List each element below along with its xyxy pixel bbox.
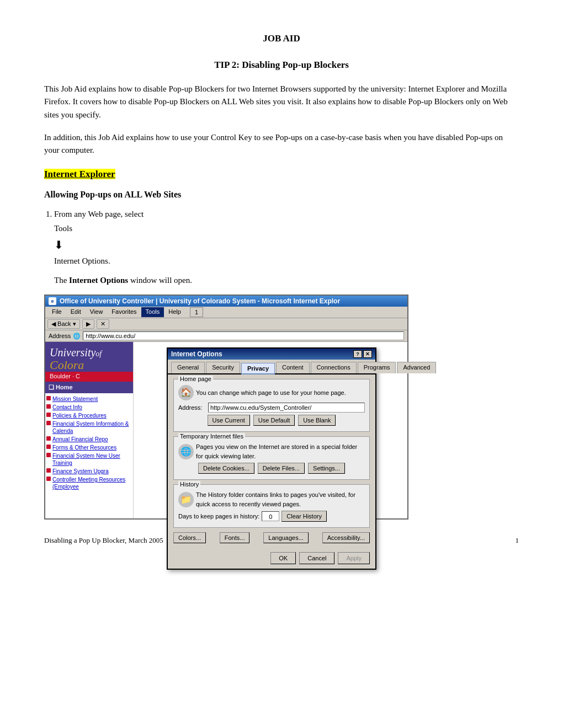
- sidebar-nav-home[interactable]: ❑ Home: [45, 382, 133, 393]
- temp-files-title: Temporary Internet files: [178, 433, 245, 440]
- address-label: Address: [49, 333, 71, 339]
- bullet-icon: [46, 404, 51, 409]
- clear-history-button[interactable]: Clear History: [282, 511, 327, 522]
- tab-content[interactable]: Content: [276, 362, 310, 373]
- address-row: Address:: [178, 403, 365, 413]
- link-policies[interactable]: Policies & Procedures: [52, 412, 107, 419]
- bullet-icon: [46, 396, 51, 400]
- dialog-close-button[interactable]: ✕: [363, 350, 372, 358]
- sidebar-logo: Universityof Colora: [45, 342, 133, 372]
- tab-programs[interactable]: Programs: [358, 362, 396, 373]
- dialog-help-button[interactable]: ?: [353, 350, 362, 358]
- temp-files-icon: 🌐: [178, 444, 194, 459]
- dialog-body: Home page 🏠 You can change which page to…: [168, 374, 375, 550]
- history-spinbox[interactable]: 0: [262, 511, 279, 521]
- list-item[interactable]: Financial System New User Training: [46, 452, 132, 467]
- bullet-icon: [46, 468, 51, 473]
- history-icon: 📁: [178, 492, 194, 507]
- appearance-buttons-row: Colors... Fonts... Languages... Accessib…: [173, 532, 370, 543]
- link-mission[interactable]: Mission Statement: [52, 395, 98, 403]
- step1-arrow-down: ⬇: [54, 239, 63, 251]
- homepage-desc: You can change which page to use for you…: [196, 388, 346, 398]
- history-row: 📁 The History folder contains links to p…: [178, 490, 365, 508]
- sidebar-home-item[interactable]: ❑ Home: [45, 383, 133, 392]
- history-section-content: 📁 The History folder contains links to p…: [178, 490, 365, 522]
- colors-button[interactable]: Colors...: [173, 532, 206, 543]
- bullet-icon: [46, 436, 51, 441]
- bullet-icon: [46, 445, 51, 449]
- page-subtitle: TIP 2: Disabling Pop-up Blockers: [44, 60, 519, 71]
- tab-general[interactable]: General: [171, 362, 205, 373]
- list-item[interactable]: Controller Meeting Resources (Employee: [46, 476, 132, 490]
- list-item[interactable]: Policies & Procedures: [46, 412, 132, 419]
- tab-privacy[interactable]: Privacy: [241, 363, 275, 374]
- history-section: History 📁 The History folder contains li…: [173, 484, 370, 528]
- list-item[interactable]: Mission Statement: [46, 395, 132, 403]
- sidebar-campus: Boulder · C: [45, 372, 133, 382]
- ie-sidebar: Universityof Colora Boulder · C ❑ Home M…: [45, 342, 134, 518]
- menu-view[interactable]: View: [86, 307, 108, 317]
- step1-options: Internet Options.: [54, 256, 110, 265]
- ie-title-text: Office of University Controller | Univer…: [60, 297, 340, 305]
- tab-advanced[interactable]: Advanced: [397, 362, 436, 373]
- back-button[interactable]: ◀ Back ▾: [47, 319, 80, 329]
- cancel-button[interactable]: Cancel: [299, 552, 334, 564]
- list-item[interactable]: Finance System Upgra: [46, 468, 132, 475]
- temp-files-buttons: Delete Cookies... Delete Files... Settin…: [178, 463, 365, 474]
- history-section-title: History: [178, 481, 200, 488]
- forward-button[interactable]: ▶: [82, 319, 94, 329]
- fonts-button[interactable]: Fonts...: [220, 532, 250, 543]
- link-financial-system[interactable]: Financial System Information & Calenda: [52, 420, 132, 435]
- link-controller-meeting[interactable]: Controller Meeting Resources (Employee: [52, 476, 132, 490]
- intro-para2: In addition, this Job Aid explains how t…: [44, 131, 519, 157]
- settings-button[interactable]: Settings...: [308, 463, 345, 474]
- link-news-training[interactable]: Financial System New User Training: [52, 452, 132, 467]
- window-note: The Internet Options window will open.: [54, 274, 519, 287]
- list-item[interactable]: Annual Financial Repo: [46, 436, 132, 443]
- dialog-title: Internet Options: [171, 350, 222, 358]
- accessibility-button[interactable]: Accessibility...: [322, 532, 370, 543]
- ie-address-bar: Address 🌐: [45, 330, 407, 342]
- list-item[interactable]: Financial System Information & Calenda: [46, 420, 132, 435]
- link-annual-report[interactable]: Annual Financial Repo: [52, 436, 108, 443]
- use-default-button[interactable]: Use Default: [253, 415, 295, 426]
- link-forms[interactable]: Forms & Other Resources: [52, 444, 116, 451]
- languages-button[interactable]: Languages...: [263, 532, 309, 543]
- list-item[interactable]: Forms & Other Resources: [46, 444, 132, 451]
- bullet-icon: [46, 421, 51, 425]
- homepage-row: 🏠 You can change which page to use for y…: [178, 385, 365, 400]
- delete-files-button[interactable]: Delete Files...: [258, 463, 305, 474]
- address-input[interactable]: [83, 331, 404, 340]
- menu-edit[interactable]: Edit: [66, 307, 86, 317]
- ok-button[interactable]: OK: [270, 552, 296, 564]
- tab-security[interactable]: Security: [206, 362, 240, 373]
- homepage-section: Home page 🏠 You can change which page to…: [173, 379, 370, 432]
- use-current-button[interactable]: Use Current: [208, 415, 250, 426]
- link-finance-upgrade[interactable]: Finance System Upgra: [52, 468, 109, 475]
- use-blank-button[interactable]: Use Blank: [298, 415, 336, 426]
- menu-help[interactable]: Help: [164, 307, 185, 317]
- ie-content-area: Universityof Colora Boulder · C ❑ Home M…: [45, 342, 407, 518]
- list-item[interactable]: Contact Info: [46, 404, 132, 411]
- homepage-address-input[interactable]: [208, 403, 365, 413]
- sidebar-links: Mission Statement Contact Info Policies …: [45, 393, 133, 494]
- tab-connections[interactable]: Connections: [311, 362, 357, 373]
- menu-tools[interactable]: Tools: [141, 307, 164, 317]
- ie-toolbar: ◀ Back ▾ ▶ ✕: [45, 318, 407, 330]
- apply-button[interactable]: Apply: [338, 552, 370, 564]
- dialog-footer: OK Cancel Apply: [168, 550, 375, 569]
- history-desc: The History folder contains links to pag…: [196, 490, 365, 508]
- delete-cookies-button[interactable]: Delete Cookies...: [198, 463, 254, 474]
- menu-file[interactable]: File: [47, 307, 66, 317]
- bullet-icon: [46, 453, 51, 457]
- homepage-buttons-row: Use Current Use Default Use Blank: [178, 415, 365, 426]
- footer-right: 1: [516, 536, 519, 545]
- menu-favorites[interactable]: Favorites: [107, 307, 141, 317]
- stop-button[interactable]: ✕: [97, 319, 109, 329]
- link-contact[interactable]: Contact Info: [52, 404, 82, 411]
- homepage-icon: 🏠: [178, 385, 194, 400]
- dialog-tabs: General Security Privacy Content Connect…: [168, 360, 375, 374]
- history-days-row: Days to keep pages in history: 0 Clear H…: [178, 511, 365, 522]
- page-title: JOB AID: [44, 33, 519, 44]
- dialog-titlebar: Internet Options ? ✕: [168, 349, 375, 360]
